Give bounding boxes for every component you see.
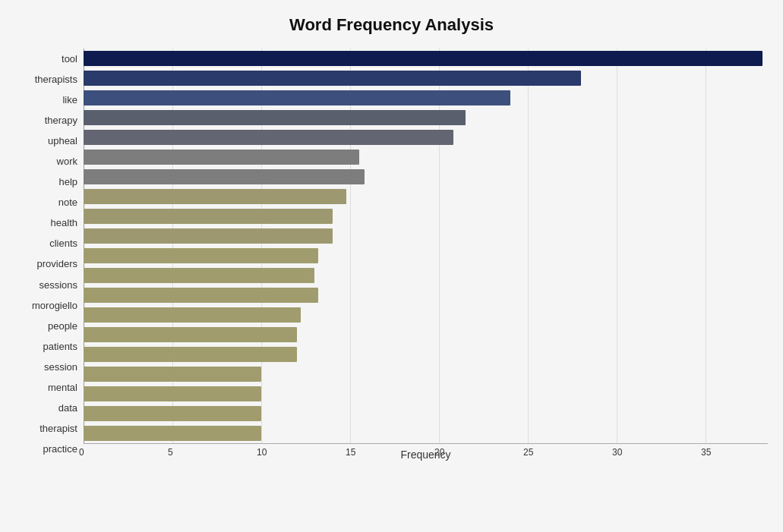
bar-row [84,305,768,325]
x-tick-label: 30 [612,447,622,458]
chart-title: Word Frequency Analysis [15,15,768,35]
y-label: upheal [48,131,77,151]
plot-area: 05101520253035 Frequency [84,49,768,459]
bar-row [84,364,768,384]
bar [84,406,261,421]
bar-row [84,147,768,167]
bar [84,150,359,165]
x-tick-label: 10 [257,447,267,458]
bar [84,327,297,342]
y-axis: tooltherapistsliketherapyuphealworkhelpn… [15,49,84,459]
bar-row [84,206,768,226]
bar [84,347,297,362]
x-tick-label: 0 [79,447,84,458]
y-label: sessions [39,275,77,294]
bar-row [84,384,768,404]
chart-container: Word Frequency Analysis tooltherapistsli… [0,0,783,532]
y-label: session [44,357,77,376]
bar-row [84,88,768,108]
bar-row [84,246,768,266]
y-label: health [51,213,77,233]
y-label: data [58,398,77,417]
bar [84,189,346,204]
y-label: help [58,172,77,192]
y-label: therapy [45,111,77,131]
bar-row [84,127,768,147]
bar-row [84,285,768,305]
bar [84,209,333,224]
y-label: tool [62,49,77,69]
bar-row [84,345,768,364]
bar-row [84,404,768,423]
bar [84,288,318,303]
bar [84,228,333,244]
x-tick-label: 25 [523,447,533,458]
bar [84,367,261,382]
x-axis: 05101520253035 Frequency [84,443,768,461]
y-label: patients [43,336,77,356]
x-tick-label: 5 [168,447,173,458]
bar-row [84,226,768,246]
bar-row [84,423,768,443]
bar-row [84,325,768,345]
y-label: note [58,193,77,212]
bar-row [84,68,768,88]
y-label: work [57,152,77,172]
bar [84,51,762,66]
y-label: clients [49,234,77,253]
bar-row [84,187,768,206]
y-label: like [62,90,77,110]
x-tick-label: 15 [346,447,355,458]
bar [84,71,581,86]
x-axis-label: Frequency [84,449,768,461]
bar-row [84,49,768,68]
bar [84,426,261,441]
y-label: people [48,316,77,335]
bar-row [84,108,768,127]
y-label: therapist [39,418,77,438]
y-label: therapists [35,70,77,90]
bar [84,110,466,125]
x-tick-label: 35 [701,447,711,458]
bar [84,386,261,401]
x-tick-label: 20 [434,447,444,458]
y-label: providers [37,254,77,274]
bar [84,268,314,283]
y-label: morogiello [32,295,77,315]
bar [84,169,365,184]
bar [84,248,318,263]
bar [84,130,453,145]
y-label: practice [43,439,77,458]
bar [84,90,510,105]
bar [84,307,301,323]
bar-row [84,266,768,285]
bar-row [84,167,768,187]
y-label: mental [48,377,77,397]
